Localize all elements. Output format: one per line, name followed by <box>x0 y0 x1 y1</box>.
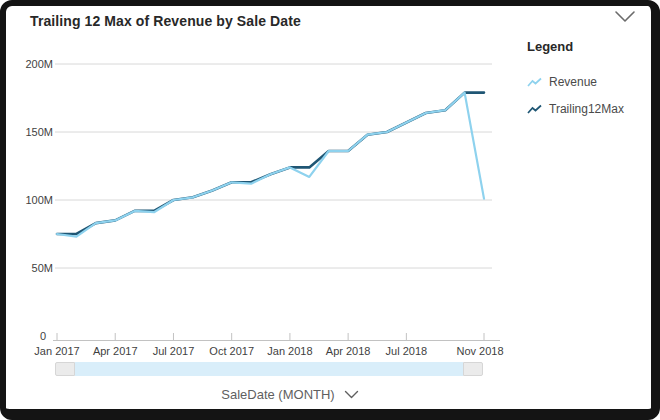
trailing12max-line-icon <box>527 104 542 115</box>
legend-item-label: Trailing12Max <box>549 102 624 116</box>
series-line-trailing12max <box>57 93 484 234</box>
y-tick-label: 150M <box>25 126 53 138</box>
chart-widget: Trailing 12 Max of Revenue by Sale Date … <box>0 0 660 420</box>
y-tick-label: 200M <box>25 58 53 70</box>
legend-item-revenue[interactable]: Revenue <box>527 75 624 89</box>
x-axis-field-dropdown[interactable]: SaleDate (MONTH) <box>221 387 358 402</box>
y-tick-label: 50M <box>32 262 53 274</box>
series-line-revenue <box>57 93 484 237</box>
x-tick-label: Jul 2017 <box>153 345 195 357</box>
x-tick-label: Jan 2018 <box>267 345 312 357</box>
chevron-down-icon[interactable] <box>613 9 637 24</box>
legend-title: Legend <box>527 39 624 54</box>
slider-selected-range[interactable] <box>75 362 463 376</box>
x-tick-label: Jan 2017 <box>34 345 79 357</box>
y-tick-label: 0 <box>40 330 46 342</box>
slider-right-handle[interactable] <box>463 362 483 376</box>
x-axis-field-label: SaleDate (MONTH) <box>221 387 334 402</box>
x-axis-range-slider[interactable] <box>55 362 483 376</box>
x-tick-label: Nov 2018 <box>456 345 503 357</box>
x-axis-field: SaleDate (MONTH) <box>75 385 505 403</box>
legend: Legend Revenue Trailing12Max <box>527 39 624 129</box>
legend-item-label: Revenue <box>549 75 597 89</box>
y-tick-label: 100M <box>25 194 53 206</box>
chart-canvas: 050M100M150M200MJan 2017Apr 2017Jul 2017… <box>0 0 520 368</box>
x-tick-label: Apr 2017 <box>93 345 138 357</box>
legend-item-trailing12max[interactable]: Trailing12Max <box>527 102 624 116</box>
x-tick-label: Oct 2017 <box>209 345 254 357</box>
revenue-line-icon <box>527 77 542 88</box>
x-tick-label: Jul 2018 <box>386 345 428 357</box>
slider-left-handle[interactable] <box>55 362 75 376</box>
chevron-down-icon <box>344 390 359 399</box>
x-tick-label: Apr 2018 <box>326 345 371 357</box>
